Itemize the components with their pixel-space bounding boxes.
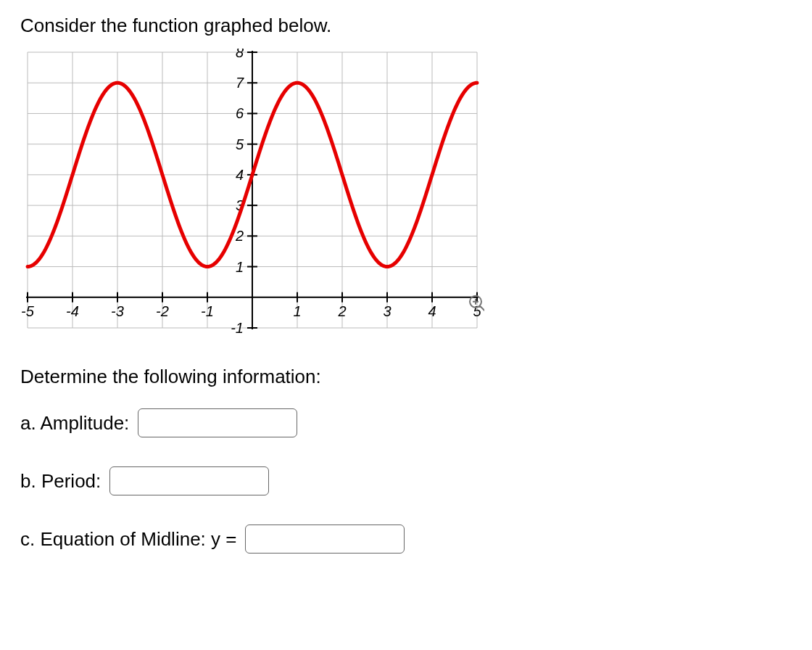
function-graph: -5-4-3-2-112345-112345678 [20, 49, 792, 345]
svg-text:-1: -1 [201, 303, 214, 319]
svg-text:1: 1 [236, 259, 244, 275]
midline-input[interactable] [245, 524, 405, 554]
svg-text:2: 2 [337, 303, 346, 319]
question-prompt: Consider the function graphed below. [20, 15, 792, 37]
sub-prompt: Determine the following information: [20, 366, 792, 388]
svg-text:6: 6 [236, 105, 244, 121]
svg-text:-1: -1 [231, 320, 244, 336]
svg-text:-5: -5 [21, 303, 35, 319]
svg-text:4: 4 [236, 167, 244, 183]
question-b-row: b. Period: [20, 466, 792, 495]
svg-text:3: 3 [383, 303, 391, 319]
question-b-label: b. Period: [20, 470, 101, 493]
svg-text:8: 8 [236, 49, 244, 60]
svg-text:7: 7 [236, 75, 244, 91]
question-a-label: a. Amplitude: [20, 412, 129, 435]
period-input[interactable] [109, 466, 269, 495]
svg-text:-4: -4 [66, 303, 79, 319]
question-c-label: c. Equation of Midline: y = [20, 528, 236, 551]
svg-text:2: 2 [235, 228, 244, 244]
svg-text:-2: -2 [156, 303, 169, 319]
svg-text:1: 1 [293, 303, 301, 319]
svg-text:4: 4 [428, 303, 436, 319]
amplitude-input[interactable] [138, 408, 297, 437]
svg-text:-3: -3 [111, 303, 124, 319]
question-a-row: a. Amplitude: [20, 408, 792, 437]
svg-text:5: 5 [236, 136, 244, 152]
question-c-row: c. Equation of Midline: y = [20, 524, 792, 554]
